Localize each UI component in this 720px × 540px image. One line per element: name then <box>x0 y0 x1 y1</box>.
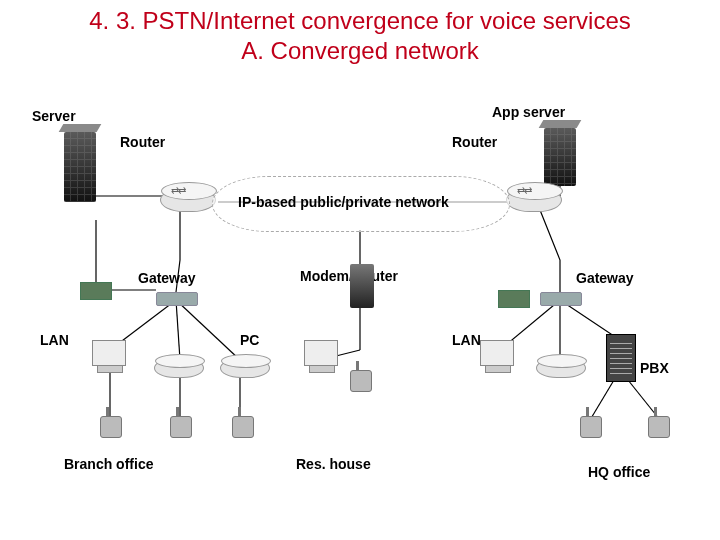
pc-branch-1-icon <box>92 340 126 366</box>
phone-hq-2-icon <box>648 416 670 438</box>
app-server-icon <box>544 128 576 186</box>
label-lan-left: LAN <box>40 332 69 348</box>
router-left-icon: ⇄⇄ <box>160 188 216 212</box>
label-lan-right: LAN <box>452 332 481 348</box>
phone-branch-3-icon <box>232 416 254 438</box>
hub-branch-2-icon <box>220 358 270 378</box>
title-line-2: A. Converged network <box>241 37 478 64</box>
router-right-icon: ⇄⇄ <box>506 188 562 212</box>
hub-branch-icon <box>154 358 204 378</box>
gateway-left-icon <box>156 292 198 306</box>
label-app-server: App server <box>492 104 565 120</box>
lan-switch-left-icon <box>80 282 112 300</box>
hub-hq-icon <box>536 358 586 378</box>
title-line-1: 4. 3. PSTN/Internet convergence for voic… <box>89 7 631 34</box>
gateway-right-icon <box>540 292 582 306</box>
phone-branch-1-icon <box>100 416 122 438</box>
pc-res-icon <box>304 340 338 366</box>
label-branch-office: Branch office <box>64 456 153 472</box>
label-pbx: PBX <box>640 360 669 376</box>
label-pc: PC <box>240 332 259 348</box>
label-router-left: Router <box>120 134 165 150</box>
pc-hq-icon <box>480 340 514 366</box>
phone-res-icon <box>350 370 372 392</box>
server-icon <box>64 132 96 202</box>
label-router-right: Router <box>452 134 497 150</box>
pbx-icon <box>606 334 636 382</box>
label-res-house: Res. house <box>296 456 371 472</box>
phone-branch-2-icon <box>170 416 192 438</box>
slide-title: 4. 3. PSTN/Internet convergence for voic… <box>0 6 720 66</box>
phone-hq-1-icon <box>580 416 602 438</box>
modem-router-icon <box>350 264 374 308</box>
label-network: IP-based public/private network <box>238 194 449 210</box>
label-hq-office: HQ office <box>588 464 650 480</box>
lan-switch-right-icon <box>498 290 530 308</box>
label-gateway-right: Gateway <box>576 270 634 286</box>
label-gateway-left: Gateway <box>138 270 196 286</box>
label-modem-router: Modem/Router <box>300 268 398 284</box>
label-server: Server <box>32 108 76 124</box>
slide: 4. 3. PSTN/Internet convergence for voic… <box>0 0 720 540</box>
